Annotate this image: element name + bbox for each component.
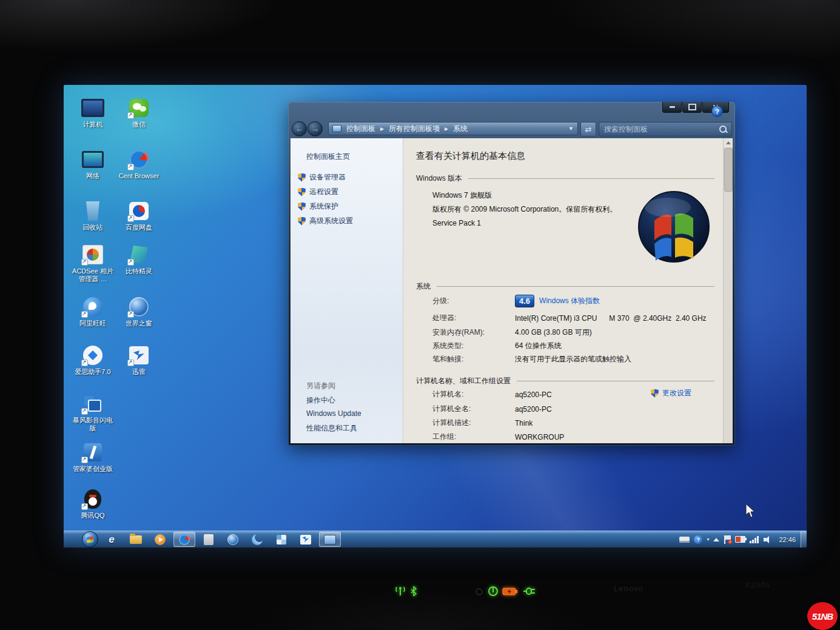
desktop-icon-baidu-netdisk[interactable]: 百度网盘 (116, 200, 162, 232)
search-input[interactable] (599, 125, 718, 133)
sidebar-item-windows-update[interactable]: Windows Update (306, 409, 361, 418)
desktop-icon-label: 微信 (116, 121, 162, 129)
volume-icon[interactable] (764, 536, 772, 543)
taskbar-app-button-2[interactable] (246, 532, 268, 547)
system-tray: ? ▾ x 22:46 (679, 531, 807, 548)
bezel-brand-text: Lenovo (614, 584, 643, 593)
sidebar-item-system-protection[interactable]: 系统保护 (298, 201, 338, 212)
change-settings-link[interactable]: 更改设置 (651, 388, 691, 398)
desktop-icon-guanjiapo[interactable]: 管家婆创业版 (70, 441, 116, 473)
breadcrumb-control-panel[interactable]: 控制面板 (344, 124, 378, 134)
shortcut-arrow-icon (127, 164, 134, 170)
desktop-icon-bitspirit[interactable]: 比特精灵 (116, 244, 162, 275)
maximize-button[interactable] (682, 102, 702, 113)
computer-name-section-header: 计算机名称、域和工作组设置 (416, 376, 714, 386)
i4tools-icon (81, 344, 105, 366)
computer-name-row: 计算机名:aq5200-PC (432, 389, 552, 400)
sidebar-item-label: 系统保护 (309, 201, 338, 212)
main-pane: 查看有关计算机的基本信息 Windows 版本 Windows 7 旗舰版 版权… (403, 138, 723, 443)
address-bar[interactable]: 控制面板 所有控制面板项 系统 ▼ (328, 122, 578, 135)
baidu-netdisk-icon (127, 200, 151, 222)
folder-icon (130, 535, 142, 544)
ram-row: 安装内存(RAM):4.00 GB (3.80 GB 可用) (432, 327, 592, 338)
window-content: 控制面板主页 设备管理器 远程设置 系统保护 (291, 138, 733, 443)
laptop-screen: 计算机 微信 网络 Cent Browser 回收站 百度网盘 ACDSee 相… (64, 85, 807, 548)
sidebar-item-label: 高级系统设置 (309, 216, 353, 226)
experience-index-badge: 4.6 (515, 295, 534, 307)
cent-browser-icon (127, 149, 151, 170)
action-center-flag-icon[interactable]: x (724, 535, 731, 544)
chevron-icon[interactable]: ▾ (707, 537, 709, 542)
input-method-keyboard-icon[interactable] (679, 537, 690, 543)
taskbar-cent-browser-button[interactable] (173, 532, 195, 547)
show-hidden-icons-button[interactable] (713, 538, 719, 541)
refresh-button[interactable]: ⇄ (580, 122, 596, 136)
maximize-icon (688, 104, 696, 110)
breadcrumb-system[interactable]: 系统 (442, 124, 470, 134)
help-button[interactable]: ? (711, 106, 723, 117)
taskbar-media-player-button[interactable] (149, 532, 171, 547)
baofeng-icon (81, 393, 105, 415)
taskbar-explorer-button[interactable] (125, 532, 147, 547)
desktop-icon-computer[interactable]: 计算机 (70, 97, 116, 129)
desktop-icon-world-window[interactable]: 世界之窗 (116, 296, 162, 327)
desktop-icon-label: 腾讯QQ (70, 512, 116, 520)
sidebar: 控制面板主页 设备管理器 远程设置 系统保护 (291, 138, 403, 443)
taskbar-i4tools-button[interactable] (270, 532, 292, 547)
desktop-icon-aliwangwang[interactable]: 阿里旺旺 (70, 296, 116, 327)
taskbar-thunder-button[interactable] (295, 532, 317, 547)
battery-tray-icon[interactable] (735, 536, 745, 543)
start-button[interactable] (82, 531, 98, 548)
desktop-icon-cent-browser[interactable]: Cent Browser (116, 149, 162, 180)
page-title: 查看有关计算机的基本信息 (416, 150, 525, 162)
shortcut-arrow-icon (127, 311, 134, 318)
breadcrumb-all-items[interactable]: 所有控制面板项 (378, 124, 442, 134)
desktop-icon-i4tools[interactable]: 爱思助手7.0 (70, 344, 116, 376)
wechat-icon (127, 97, 151, 119)
desktop-icon-label: 暴风影音闪电版 (70, 417, 116, 432)
network-signal-icon[interactable] (750, 536, 759, 543)
taskbar: e ? ▾ x 22:46 (64, 531, 807, 548)
taskbar-app-button-1[interactable] (198, 532, 220, 547)
chevron-down-icon[interactable]: ▼ (568, 126, 574, 132)
power-indicator-icon (488, 586, 499, 597)
ie-icon: e (109, 534, 114, 546)
desktop-icon-wechat[interactable]: 微信 (116, 97, 162, 129)
forward-button[interactable]: → (307, 121, 323, 136)
desktop-icon-label: 百度网盘 (116, 224, 162, 232)
bezel-model-text: X200s (745, 580, 770, 589)
sidebar-item-device-manager[interactable]: 设备管理器 (298, 172, 346, 183)
search-icon[interactable] (718, 124, 728, 134)
taskbar-system-window-button[interactable] (319, 532, 341, 547)
service-pack: Service Pack 1 (432, 219, 481, 227)
scrollbar-thumb[interactable] (724, 148, 733, 192)
desktop-icon-tencent-qq[interactable]: 腾讯QQ (70, 488, 116, 520)
sidebar-item-control-panel-home[interactable]: 控制面板主页 (306, 152, 350, 162)
sidebar-item-action-center[interactable]: 操作中心 (306, 395, 335, 406)
windows-edition: Windows 7 旗舰版 (432, 190, 492, 201)
sidebar-item-advanced-settings[interactable]: 高级系统设置 (298, 216, 353, 226)
desktop-icon-acdsee[interactable]: ACDSee 相片管理器 … (70, 244, 116, 283)
vertical-scrollbar[interactable] (723, 138, 733, 443)
computer-description-row: 计算机描述:Think (432, 418, 533, 428)
taskbar-clock[interactable]: 22:46 (779, 536, 796, 543)
desktop-icon-baofeng[interactable]: 暴风影音闪电版 (70, 393, 116, 432)
shortcut-arrow-icon (81, 503, 88, 510)
network-icon (81, 149, 105, 170)
desktop-icon-recycle-bin[interactable]: 回收站 (70, 200, 116, 232)
desktop-icon-thunder[interactable]: 迅雷 (116, 344, 162, 376)
experience-index-link[interactable]: Windows 体验指数 (539, 296, 600, 306)
sidebar-item-performance-tools[interactable]: 性能信息和工具 (306, 423, 357, 434)
scroll-up-arrow-icon[interactable] (724, 138, 733, 147)
desktop-icon-network[interactable]: 网络 (70, 149, 116, 180)
help-tray-icon[interactable]: ? (694, 535, 702, 544)
system-type-row: 系统类型:64 位操作系统 (432, 341, 562, 351)
show-desktop-button[interactable] (801, 531, 807, 548)
rating-row: 分级: 4.6 Windows 体验指数 (432, 295, 600, 307)
desktop-icon-label: 世界之窗 (116, 320, 162, 327)
minimize-button[interactable] (662, 102, 682, 113)
taskbar-world-window-button[interactable] (222, 532, 244, 547)
sidebar-item-remote-settings[interactable]: 远程设置 (298, 187, 338, 197)
back-button[interactable]: ← (292, 121, 307, 136)
taskbar-ie-button[interactable]: e (101, 532, 123, 547)
